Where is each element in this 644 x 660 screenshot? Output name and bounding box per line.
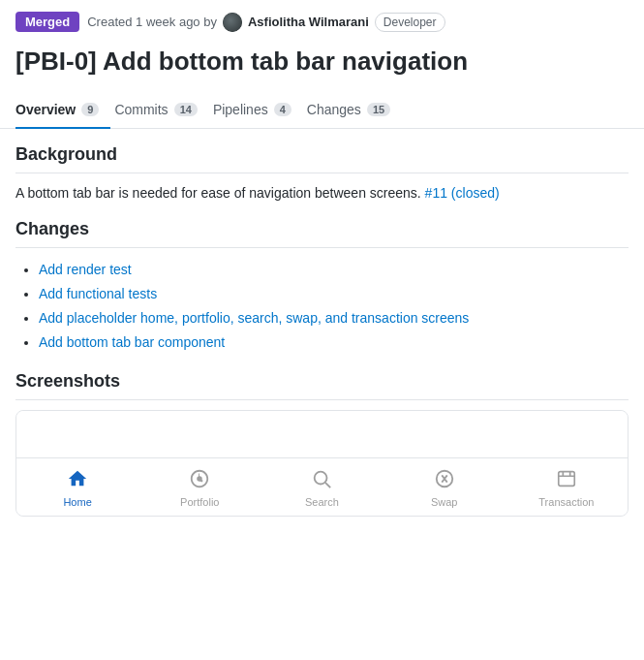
changes-list: Add render test Add functional tests Add… [15, 258, 629, 356]
home-icon [67, 468, 88, 494]
background-text: A bottom tab bar is needed for ease of n… [15, 183, 629, 204]
phone-tab-swap-label: Swap [431, 496, 458, 508]
role-badge: Developer [375, 13, 445, 32]
svg-rect-4 [559, 471, 575, 486]
top-bar: Merged Created 1 week ago by Asfiolitha … [0, 0, 644, 42]
pr-title: [PBI-0] Add bottom tab bar navigation [0, 42, 644, 92]
tab-commits-badge: 14 [174, 103, 198, 116]
phone-tab-bar: Home Portfolio [16, 457, 628, 516]
created-text: Created 1 week ago by [87, 15, 217, 29]
phone-tab-search-label: Search [305, 496, 339, 508]
tab-commits-label: Commits [114, 102, 168, 117]
issue-link[interactable]: #11 (closed) [425, 185, 500, 201]
tab-overview-label: Overview [15, 102, 76, 117]
portfolio-icon [189, 468, 210, 494]
tab-pipelines-badge: 4 [274, 103, 291, 116]
background-title: Background [15, 144, 629, 173]
content-area: Background A bottom tab bar is needed fo… [0, 129, 644, 517]
tab-commits[interactable]: Commits 14 [110, 92, 208, 129]
list-item: Add render test [39, 258, 629, 282]
author-link[interactable]: Asfiolitha Wilmarani [248, 15, 369, 29]
phone-tab-transaction: Transaction [537, 468, 596, 508]
tab-overview[interactable]: Overview 9 [15, 92, 110, 129]
phone-tab-home: Home [48, 468, 107, 508]
phone-mockup: Home Portfolio [15, 410, 629, 517]
svg-line-2 [326, 483, 331, 487]
tab-pipelines-label: Pipelines [213, 102, 268, 117]
tab-changes-badge: 15 [367, 103, 390, 116]
phone-tab-home-label: Home [63, 496, 91, 508]
tab-changes-label: Changes [307, 102, 361, 117]
svg-point-1 [315, 471, 327, 484]
background-section: Background A bottom tab bar is needed fo… [15, 144, 629, 204]
change-link-1[interactable]: Add render test [39, 262, 132, 277]
transaction-icon [556, 468, 577, 494]
avatar [223, 13, 242, 32]
tabs-bar: Overview 9 Commits 14 Pipelines 4 Change… [0, 92, 644, 129]
meta-info: Created 1 week ago by Asfiolitha Wilmara… [87, 13, 445, 32]
tab-changes[interactable]: Changes 15 [303, 92, 402, 129]
changes-section: Changes Add render test Add functional t… [15, 219, 629, 356]
changes-title: Changes [15, 219, 629, 248]
phone-tab-portfolio: Portfolio [170, 468, 229, 508]
phone-tab-portfolio-label: Portfolio [180, 496, 219, 508]
list-item: Add functional tests [39, 282, 629, 306]
phone-tab-swap: Swap [415, 468, 474, 508]
change-link-2[interactable]: Add functional tests [39, 286, 157, 301]
change-link-4[interactable]: Add bottom tab bar component [39, 334, 225, 350]
phone-screen [16, 411, 628, 457]
list-item: Add bottom tab bar component [39, 330, 629, 355]
screenshots-section: Screenshots Home [15, 371, 629, 517]
phone-tab-transaction-label: Transaction [538, 496, 594, 508]
svg-point-0 [198, 476, 203, 482]
status-badge: Merged [15, 12, 79, 32]
swap-icon [434, 468, 455, 494]
list-item: Add placeholder home, portfolio, search,… [39, 306, 629, 330]
tab-overview-badge: 9 [81, 103, 99, 116]
tab-pipelines[interactable]: Pipelines 4 [209, 92, 303, 129]
search-icon [311, 468, 332, 494]
phone-tab-search: Search [292, 468, 351, 508]
change-link-3[interactable]: Add placeholder home, portfolio, search,… [39, 310, 469, 326]
screenshots-title: Screenshots [15, 371, 629, 400]
